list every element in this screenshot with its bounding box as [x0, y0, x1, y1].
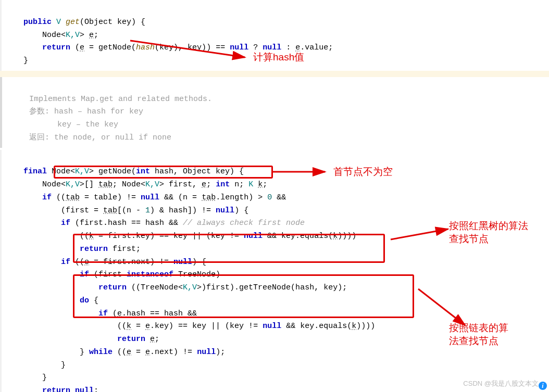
anno-hash: 计算hash值: [253, 51, 304, 64]
t: }: [23, 361, 66, 370]
t: >[]: [80, 180, 98, 189]
doc-line: key – the key: [29, 120, 118, 129]
t: [253, 180, 258, 189]
t: [23, 296, 80, 305]
text: }: [23, 56, 28, 65]
comment: // always check first node: [183, 219, 305, 227]
anno-list-l2: 法查找节点: [449, 335, 498, 346]
t: > getNode(: [89, 167, 136, 176]
kw: do: [80, 296, 89, 305]
t: ;: [206, 180, 216, 189]
kw: null: [173, 258, 192, 267]
t: [23, 219, 61, 227]
v: e: [145, 348, 150, 357]
type: K,V: [183, 283, 197, 292]
t: = first.key) == key || (key !=: [94, 232, 244, 241]
kw: final: [23, 167, 47, 176]
doc-line: 返回: the node, or null if none: [29, 133, 171, 142]
doc-line: Implements Map.get and related methods.: [29, 95, 212, 104]
t: [(n -: [117, 206, 145, 215]
t: .next) !=: [150, 348, 197, 357]
kw: null: [216, 206, 234, 215]
v: k: [258, 180, 263, 189]
text: (: [70, 43, 80, 52]
text: = getNode(: [84, 43, 136, 52]
v: e: [202, 180, 206, 189]
t: [23, 270, 80, 279]
t: .hash == hash &&: [122, 309, 197, 318]
kw: null: [230, 43, 248, 52]
num: 0: [267, 193, 272, 202]
text: (Object key) {: [80, 18, 145, 27]
func: get: [61, 18, 80, 27]
text: [23, 43, 42, 52]
kw: if: [98, 309, 108, 318]
t: [23, 258, 61, 267]
watermark: CSDN @我是八股文本文: [463, 378, 539, 389]
t: ;: [155, 335, 159, 344]
t: && (n =: [159, 193, 202, 202]
t: )))): [356, 322, 375, 331]
t: && key.equals(: [281, 322, 352, 331]
t: {: [89, 296, 98, 305]
t: [23, 335, 117, 344]
t: && key.equals(: [263, 232, 333, 241]
func: hash: [136, 43, 155, 52]
kw: if: [42, 193, 52, 202]
kw: while: [89, 348, 113, 357]
t: [23, 193, 42, 202]
kw: int: [136, 167, 150, 176]
type: K: [248, 180, 253, 189]
t: [23, 309, 98, 318]
kw: if: [80, 270, 89, 279]
info-icon: i: [539, 382, 547, 390]
text: .value;: [300, 43, 333, 52]
t: = first.next) !=: [89, 258, 173, 267]
kw: if: [61, 219, 70, 227]
kw: null: [75, 386, 94, 392]
v: e: [84, 258, 89, 267]
t: >)first).getTreeNode(hash, key);: [197, 283, 347, 292]
doc-line: 参数: hash – hash for key: [29, 107, 143, 116]
anno-tree-l1: 按照红黑树的算法: [449, 220, 528, 231]
v: e: [117, 309, 122, 318]
kw: return: [42, 43, 70, 52]
t: ) {: [192, 258, 206, 267]
t: hash, Object key) {: [150, 167, 244, 176]
t: ) & hash]) !=: [150, 206, 216, 215]
kw: null: [263, 322, 281, 331]
v: k: [333, 232, 338, 241]
t: .length) >: [216, 193, 267, 202]
highlight-strip: [0, 71, 549, 77]
t: }: [23, 373, 47, 382]
t: =: [131, 322, 145, 331]
code-block-getnode: final Node<K,V> getNode(int hash, Object…: [0, 150, 549, 393]
t: (: [108, 309, 117, 318]
text: ;: [94, 31, 98, 40]
v: e: [145, 322, 150, 331]
type: V: [56, 18, 61, 27]
t: =: [131, 348, 145, 357]
t: );: [216, 348, 225, 357]
type: K,V: [145, 180, 159, 189]
kw: instanceof: [127, 270, 173, 279]
t: }: [23, 348, 89, 357]
v: tab: [66, 193, 80, 202]
t: ((: [113, 348, 127, 357]
t: .key) == key || (key !=: [150, 322, 263, 331]
v: k: [89, 232, 94, 241]
anno-firstnode: 首节点不为空: [333, 166, 393, 179]
text: Node<: [23, 31, 66, 40]
v: tab: [103, 206, 117, 215]
anno-tree-l2: 查找节点: [449, 233, 489, 244]
num: 1: [145, 206, 150, 215]
type: K,V: [75, 167, 89, 176]
t: first;: [108, 245, 141, 254]
t: &&: [272, 193, 286, 202]
kw: int: [216, 180, 230, 189]
t: TreeNode): [173, 270, 220, 279]
javadoc-block: Implements Map.get and related methods. …: [0, 77, 549, 148]
type: K,V: [66, 31, 80, 40]
t: Node<: [23, 180, 66, 189]
t: ; Node<: [113, 180, 145, 189]
